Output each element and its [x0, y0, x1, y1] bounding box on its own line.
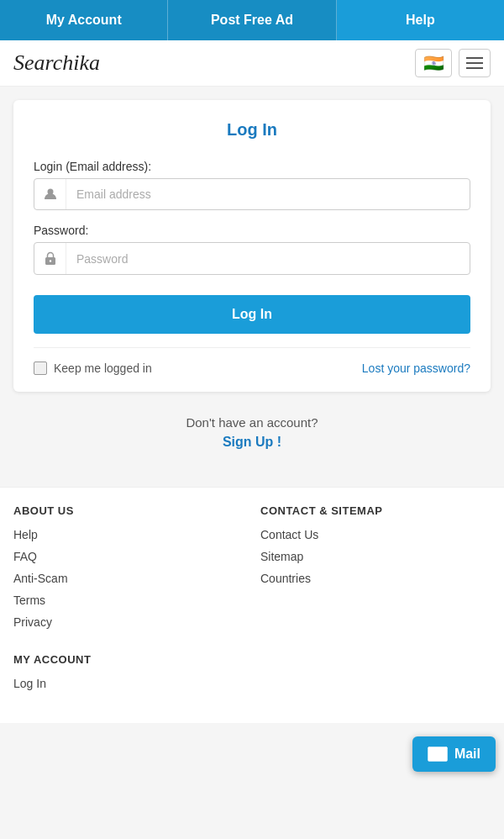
user-icon	[34, 179, 66, 209]
footer-terms-link[interactable]: Terms	[13, 594, 45, 607]
signup-section: Don't have an account? Sign Up !	[13, 415, 491, 450]
mail-button-label: Mail	[454, 747, 480, 762]
footer-countries-link[interactable]: Countries	[260, 572, 311, 585]
footer-privacy-link[interactable]: Privacy	[13, 615, 52, 629]
list-item: FAQ	[13, 549, 244, 564]
footer-grid: ABOUT US Help FAQ Anti-Scam Terms Privac…	[13, 504, 491, 698]
main-content: Log In Login (Email address): Password:	[0, 87, 504, 487]
email-input[interactable]	[66, 179, 470, 209]
hamburger-line-1	[466, 57, 483, 59]
mail-icon	[428, 747, 448, 762]
footer-sitemap-link[interactable]: Sitemap	[260, 550, 303, 563]
no-account-text: Don't have an account?	[13, 415, 491, 430]
login-title: Log In	[34, 120, 470, 140]
nav-help[interactable]: Help	[337, 0, 504, 40]
site-footer: ABOUT US Help FAQ Anti-Scam Terms Privac…	[0, 487, 504, 723]
signup-link[interactable]: Sign Up !	[223, 435, 281, 449]
nav-my-account[interactable]: My Account	[0, 0, 168, 40]
site-logo: Searchika	[13, 50, 100, 76]
footer-login-link[interactable]: Log In	[13, 677, 46, 690]
password-label: Password:	[34, 224, 470, 237]
list-item: Terms	[13, 593, 244, 608]
my-account-heading: MY ACCOUNT	[13, 653, 244, 666]
login-card: Log In Login (Email address): Password:	[13, 100, 491, 392]
footer-myaccount-col: MY ACCOUNT Log In	[13, 653, 244, 698]
email-form-group: Login (Email address):	[34, 160, 470, 210]
footer-faq-link[interactable]: FAQ	[13, 550, 37, 563]
list-item: Log In	[13, 676, 244, 691]
footer-about-col: ABOUT US Help FAQ Anti-Scam Terms Privac…	[13, 504, 244, 636]
list-item: Countries	[260, 571, 491, 586]
password-input-wrapper	[34, 242, 470, 275]
login-card-footer: Keep me logged in Lost your password?	[34, 347, 470, 375]
forgot-password-link[interactable]: Lost your password?	[362, 361, 470, 375]
footer-antiscam-link[interactable]: Anti-Scam	[13, 572, 68, 585]
contact-links-list: Contact Us Sitemap Countries	[260, 527, 491, 586]
hamburger-line-2	[466, 62, 483, 64]
top-navigation: My Account Post Free Ad Help	[0, 0, 504, 40]
login-button[interactable]: Log In	[34, 295, 470, 334]
list-item: Contact Us	[260, 527, 491, 542]
site-header: Searchika 🇮🇳	[0, 40, 504, 87]
remember-me-container: Keep me logged in	[34, 361, 152, 375]
footer-contact-link[interactable]: Contact Us	[260, 528, 318, 541]
my-account-links-list: Log In	[13, 676, 244, 691]
mail-button[interactable]: Mail	[412, 736, 496, 772]
password-form-group: Password:	[34, 224, 470, 275]
list-item: Sitemap	[260, 549, 491, 564]
hamburger-line-3	[466, 67, 483, 69]
footer-help-link[interactable]: Help	[13, 528, 38, 541]
nav-post-free-ad[interactable]: Post Free Ad	[168, 0, 336, 40]
password-input[interactable]	[66, 244, 470, 274]
hamburger-menu-button[interactable]	[459, 49, 491, 77]
header-controls: 🇮🇳	[415, 49, 491, 77]
email-label: Login (Email address):	[34, 160, 470, 173]
email-input-wrapper	[34, 178, 470, 210]
contact-sitemap-heading: CONTACT & SITEMAP	[260, 504, 491, 517]
list-item: Help	[13, 527, 244, 542]
footer-contact-col: CONTACT & SITEMAP Contact Us Sitemap Cou…	[260, 504, 491, 636]
svg-point-2	[49, 260, 50, 261]
list-item: Privacy	[13, 615, 244, 630]
flag-icon: 🇮🇳	[423, 53, 444, 73]
lock-icon	[34, 243, 66, 274]
remember-me-label: Keep me logged in	[54, 361, 152, 375]
list-item: Anti-Scam	[13, 571, 244, 586]
about-links-list: Help FAQ Anti-Scam Terms Privacy	[13, 527, 244, 630]
country-selector-button[interactable]: 🇮🇳	[415, 49, 452, 77]
about-us-heading: ABOUT US	[13, 504, 244, 517]
remember-me-checkbox[interactable]	[34, 361, 47, 375]
